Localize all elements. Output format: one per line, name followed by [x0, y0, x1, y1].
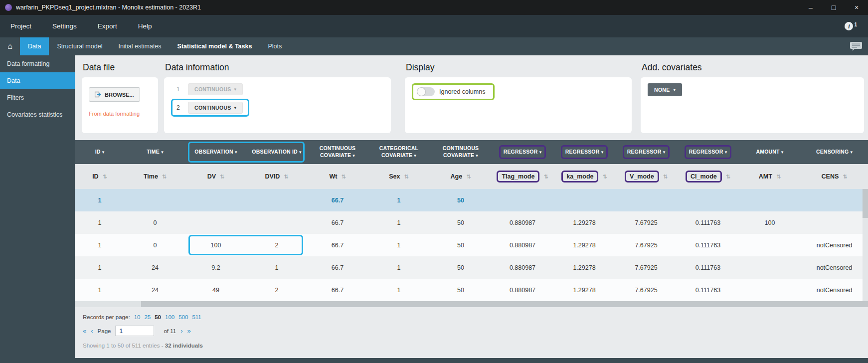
close-button[interactable]: × — [845, 0, 868, 15]
app-window: warfarin_PKPDseq1_project.mlxtran - Mono… — [0, 0, 868, 363]
column-header-wt[interactable]: Wt⇅ — [307, 164, 368, 189]
tab-plots[interactable]: Plots — [260, 37, 290, 55]
menu-export[interactable]: Export — [87, 15, 128, 37]
page-size-10[interactable]: 10 — [134, 314, 141, 320]
column-type-dropdown-regressor-tlag[interactable]: REGRESSOR ▾ — [492, 140, 553, 164]
column-header-dv[interactable]: DV⇅ — [185, 164, 246, 189]
chevron-down-icon: ▾ — [234, 105, 237, 110]
table-row[interactable]: 1 24 9.2 1 66.7 1 50 0.880987 1.29278 7.… — [75, 256, 868, 279]
column-header-dvid[interactable]: DVID⇅ — [246, 164, 307, 189]
table-cell: 1 — [75, 256, 125, 279]
sort-icon[interactable]: ⇅ — [162, 174, 167, 180]
previous-page-button[interactable]: ‹ — [91, 327, 93, 335]
tab-structural-model[interactable]: Structural model — [49, 37, 110, 55]
menu-help[interactable]: Help — [128, 15, 163, 37]
column-type-dropdown-regressor-v[interactable]: REGRESSOR ▾ — [615, 140, 677, 164]
column-header-time[interactable]: Time⇅ — [125, 164, 185, 189]
sort-icon[interactable]: ⇅ — [602, 174, 607, 180]
ignored-columns-toggle[interactable] — [417, 87, 435, 96]
table-cell: 0 — [125, 211, 185, 234]
menu-settings[interactable]: Settings — [42, 15, 87, 37]
table-cell: 1 — [368, 211, 430, 234]
table-row[interactable]: 1 24 49 2 66.7 1 50 0.880987 1.29278 7.6… — [75, 279, 868, 301]
sort-icon[interactable]: ⇅ — [843, 174, 847, 180]
sidebar-item-filters[interactable]: Filters — [0, 89, 75, 106]
column-type-dropdown-censoring[interactable]: CENSORING ▾ — [801, 140, 868, 164]
last-page-button[interactable]: » — [187, 327, 191, 335]
page-size-511[interactable]: 511 — [192, 314, 201, 320]
highlight-regressor: REGRESSOR ▾ — [685, 145, 732, 159]
vertical-scrollbar-thumb[interactable] — [863, 189, 868, 218]
sort-icon[interactable]: ⇅ — [466, 174, 471, 180]
column-type-dropdown-amount[interactable]: AMOUNT ▾ — [739, 140, 801, 164]
table-cell: 66.7 — [307, 234, 368, 256]
sort-icon[interactable]: ⇅ — [776, 174, 781, 180]
table-row-selected[interactable]: 1 66.7 1 50 — [75, 189, 868, 211]
comment-icon[interactable] — [850, 42, 862, 51]
sort-icon[interactable]: ⇅ — [543, 174, 548, 180]
from-data-formatting-link[interactable]: From data formatting — [89, 111, 151, 117]
table-row[interactable]: 1 0 100 2 66.7 1 50 0.880987 1.29278 7.6… — [75, 234, 868, 256]
table-cell: 9.2 — [185, 256, 246, 279]
table-cell — [246, 189, 307, 211]
column-header-cens[interactable]: CENS⇅ — [801, 164, 868, 189]
sidebar-item-covariates-statistics[interactable]: Covariates statistics — [0, 106, 75, 123]
horizontal-scrollbar-thumb[interactable] — [141, 301, 868, 307]
table-row[interactable]: 1 0 66.7 1 50 0.880987 1.29278 7.67925 0… — [75, 211, 868, 234]
table-cell: 1 — [368, 189, 430, 211]
next-page-button[interactable]: › — [180, 327, 182, 335]
column-header-age[interactable]: Age⇅ — [430, 164, 492, 189]
column-header-amt[interactable]: AMT⇅ — [739, 164, 801, 189]
observation-type-dropdown-2[interactable]: CONTINUOUS ▾ — [188, 102, 243, 114]
notification-badge[interactable]: i 1 — [845, 22, 857, 30]
column-header-id[interactable]: ID⇅ — [75, 164, 125, 189]
type-label: REGRESSOR — [565, 149, 600, 155]
menubar: Project Settings Export Help i 1 — [0, 15, 868, 37]
column-type-dropdown-observation-id[interactable]: OBSERVATION ID ▾ — [246, 140, 307, 164]
first-page-button[interactable]: « — [83, 327, 86, 335]
sort-icon[interactable]: ⇅ — [341, 174, 346, 180]
sort-icon[interactable]: ⇅ — [284, 174, 288, 180]
minimize-button[interactable]: – — [799, 0, 822, 15]
tab-statistical-model-tasks[interactable]: Statistical model & Tasks — [170, 37, 260, 55]
column-header-ka-mode[interactable]: ka_mode⇅ — [553, 164, 615, 189]
column-header-sex[interactable]: Sex⇅ — [368, 164, 430, 189]
column-type-dropdown-continuous-covariate-age[interactable]: CONTINUOUS COVARIATE ▾ — [430, 140, 492, 164]
menu-project[interactable]: Project — [0, 15, 42, 37]
add-covariates-section: Add. covariates NONE ▾ — [641, 62, 864, 133]
sidebar-item-data[interactable]: Data — [0, 72, 75, 89]
column-type-dropdown-time[interactable]: TIME ▾ — [125, 140, 185, 164]
page-number-input[interactable] — [115, 326, 154, 336]
browse-button[interactable]: BROWSE... — [89, 87, 140, 102]
page-size-25[interactable]: 25 — [144, 314, 151, 320]
table-cell — [739, 256, 801, 279]
table-cell: 7.67925 — [615, 211, 677, 234]
column-type-dropdown-continuous-covariate-wt[interactable]: CONTINUOUS COVARIATE ▾ — [307, 140, 368, 164]
column-header-cl-mode[interactable]: Cl_mode⇅ — [677, 164, 739, 189]
maximize-button[interactable]: □ — [822, 0, 845, 15]
sort-icon[interactable]: ⇅ — [726, 174, 730, 180]
column-type-dropdown-regressor-cl[interactable]: REGRESSOR ▾ — [677, 140, 739, 164]
page-size-50-current[interactable]: 50 — [155, 314, 161, 320]
sort-icon[interactable]: ⇅ — [404, 174, 409, 180]
sort-icon[interactable]: ⇅ — [663, 174, 668, 180]
tab-initial-estimates[interactable]: Initial estimates — [110, 37, 169, 55]
page-size-500[interactable]: 500 — [178, 314, 188, 320]
table-cell: 2 — [246, 234, 307, 256]
sidebar-item-data-formatting[interactable]: Data formatting — [0, 55, 75, 72]
column-header-tlag-mode[interactable]: Tlag_mode⇅ — [492, 164, 553, 189]
column-header-v-mode[interactable]: V_mode⇅ — [615, 164, 677, 189]
chevron-down-icon: ▾ — [234, 87, 237, 92]
tab-data[interactable]: Data — [20, 37, 49, 55]
column-type-dropdown-id[interactable]: ID ▾ — [75, 140, 125, 164]
individuals-count: 32 individuals — [165, 343, 203, 349]
column-type-dropdown-categorical-covariate[interactable]: CATEGORICAL COVARIATE ▾ — [368, 140, 430, 164]
page-size-100[interactable]: 100 — [165, 314, 174, 320]
column-type-dropdown-regressor-ka[interactable]: REGRESSOR ▾ — [553, 140, 615, 164]
covariates-none-dropdown[interactable]: NONE ▾ — [648, 83, 682, 96]
sort-icon[interactable]: ⇅ — [103, 174, 107, 180]
header-label: ka_mode — [566, 173, 593, 180]
column-type-dropdown-observation[interactable]: OBSERVATION ▾ — [185, 140, 246, 164]
sort-icon[interactable]: ⇅ — [220, 174, 224, 180]
home-icon[interactable]: ⌂ — [0, 37, 20, 55]
